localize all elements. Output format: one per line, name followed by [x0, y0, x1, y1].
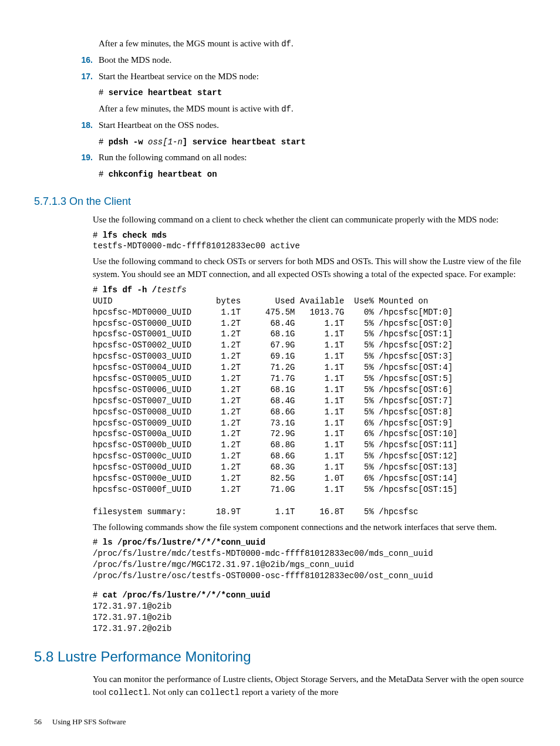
cmd-ls-proc: # ls /proc/fs/lustre/*/*/*conn_uuid /pro… — [93, 537, 526, 582]
step-18: 18. Start Heartbeat on the OSS nodes. — [76, 119, 526, 132]
step-text: Start Heartbeat on the OSS nodes. — [99, 119, 526, 132]
cat-output: 172.31.97.1@o2ib 172.31.97.1@o2ib 172.31… — [93, 602, 171, 633]
step-text: Start the Heartbeat service on the MDS n… — [99, 70, 526, 83]
step-num: 19. — [76, 151, 93, 164]
code-df: df — [281, 39, 291, 49]
step-19: 19. Run the following command on all nod… — [76, 151, 526, 164]
cmd-heartbeat-start: # service heartbeat start — [99, 86, 526, 99]
lfs-df-output: UUID bytes Used Available Use% Mounted o… — [93, 296, 458, 517]
step-num: 18. — [76, 119, 93, 132]
cmd-cat-proc: # cat /proc/fs/lustre/*/*/*conn_uuid 172… — [93, 590, 526, 634]
page-footer: 56Using HP SFS Software — [34, 717, 526, 728]
step-text: Boot the MDS node. — [99, 54, 526, 67]
cmd-lfs-df: # lfs df -h /testfs UUID bytes Used Avai… — [93, 285, 526, 518]
cmd-lfs-check: # lfs check mds testfs-MDT0000-mdc-ffff8… — [93, 230, 526, 252]
code-df: df — [281, 104, 291, 114]
footer-title: Using HP SFS Software — [52, 717, 126, 726]
para-mgs-active: After a few minutes, the MGS mount is ac… — [99, 38, 526, 50]
page-number: 56 — [34, 717, 42, 726]
heading-on-client: 5.7.1.3 On the Client — [34, 194, 526, 209]
para-client-check: Use the following command on a client to… — [93, 214, 526, 227]
ls-output: /proc/fs/lustre/mdc/testfs-MDT0000-mdc-f… — [93, 549, 433, 580]
cmd-pdsh: # pdsh -w oss[1-n] service heartbeat sta… — [99, 136, 526, 148]
step-16: 16. Boot the MDS node. — [76, 54, 526, 67]
step-17: 17. Start the Heartbeat service on the M… — [76, 70, 526, 83]
para-fs-connections: The following commands show the file sys… — [93, 521, 526, 534]
code-collectl: collectl — [200, 688, 239, 697]
para-monitor: You can monitor the performance of Lustr… — [93, 673, 526, 699]
code-collectl: collectl — [109, 688, 148, 697]
step-num: 16. — [76, 54, 93, 67]
para-mds-active: After a few minutes, the MDS mount is ac… — [99, 103, 526, 116]
cmd-chkconfig: # chkconfig heartbeat on — [99, 168, 526, 181]
step-text: Run the following command on all nodes: — [99, 151, 526, 164]
heading-lustre-perf: 5.8 Lustre Performance Monitoring — [34, 647, 526, 667]
para-check-osts: Use the following command to check OSTs … — [93, 255, 526, 281]
step-num: 17. — [76, 70, 93, 83]
